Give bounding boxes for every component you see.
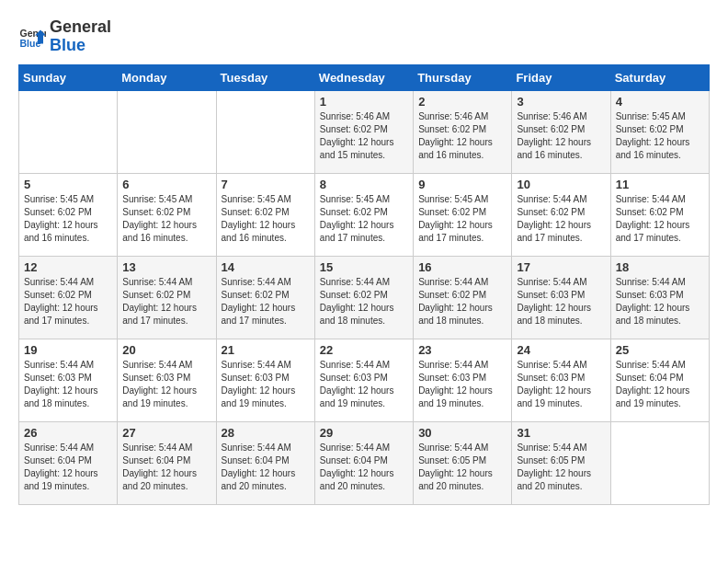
calendar-cell: 31Sunrise: 5:44 AMSunset: 6:05 PMDayligh… [512,421,610,504]
calendar-cell: 30Sunrise: 5:44 AMSunset: 6:05 PMDayligh… [414,421,512,504]
day-info: Sunrise: 5:45 AMSunset: 6:02 PMDaylight:… [24,193,112,245]
weekday-header-row: SundayMondayTuesdayWednesdayThursdayFrid… [19,64,710,90]
calendar-cell: 12Sunrise: 5:44 AMSunset: 6:02 PMDayligh… [19,256,118,339]
calendar-cell: 19Sunrise: 5:44 AMSunset: 6:03 PMDayligh… [19,339,118,421]
day-number: 7 [222,178,310,191]
day-info: Sunrise: 5:44 AMSunset: 6:05 PMDaylight:… [418,442,506,493]
calendar-week-row: 26Sunrise: 5:44 AMSunset: 6:04 PMDayligh… [19,421,710,504]
day-info: Sunrise: 5:44 AMSunset: 6:02 PMDaylight:… [222,276,310,327]
calendar-cell: 15Sunrise: 5:44 AMSunset: 6:02 PMDayligh… [314,256,413,339]
day-info: Sunrise: 5:44 AMSunset: 6:02 PMDaylight:… [320,276,408,327]
day-info: Sunrise: 5:44 AMSunset: 6:03 PMDaylight:… [222,359,310,410]
svg-text:Blue: Blue [20,37,41,48]
day-number: 20 [122,343,210,357]
calendar-cell: 23Sunrise: 5:44 AMSunset: 6:03 PMDayligh… [414,339,512,421]
calendar-week-row: 12Sunrise: 5:44 AMSunset: 6:02 PMDayligh… [19,256,710,339]
calendar-cell: 5Sunrise: 5:45 AMSunset: 6:02 PMDaylight… [19,173,118,256]
calendar-cell [610,421,709,504]
day-info: Sunrise: 5:44 AMSunset: 6:03 PMDaylight:… [418,359,506,410]
calendar-cell: 2Sunrise: 5:46 AMSunset: 6:02 PMDaylight… [414,90,512,173]
day-number: 4 [616,95,704,109]
day-info: Sunrise: 5:44 AMSunset: 6:02 PMDaylight:… [418,276,506,327]
calendar-cell: 17Sunrise: 5:44 AMSunset: 6:03 PMDayligh… [512,256,610,339]
calendar-cell: 28Sunrise: 5:44 AMSunset: 6:04 PMDayligh… [216,421,314,504]
calendar-cell [118,90,216,173]
calendar-cell: 20Sunrise: 5:44 AMSunset: 6:03 PMDayligh… [118,339,216,421]
day-number: 28 [222,426,310,440]
day-info: Sunrise: 5:46 AMSunset: 6:02 PMDaylight:… [320,110,408,162]
day-number: 6 [122,178,210,191]
day-info: Sunrise: 5:46 AMSunset: 6:02 PMDaylight:… [517,110,605,162]
weekday-header-thursday: Thursday [414,64,512,90]
day-number: 22 [320,343,408,357]
weekday-header-monday: Monday [118,64,216,90]
calendar-cell: 8Sunrise: 5:45 AMSunset: 6:02 PMDaylight… [314,173,413,256]
weekday-header-wednesday: Wednesday [314,64,413,90]
calendar-week-row: 1Sunrise: 5:46 AMSunset: 6:02 PMDaylight… [19,90,710,173]
calendar-cell: 22Sunrise: 5:44 AMSunset: 6:03 PMDayligh… [314,339,413,421]
logo: General Blue GeneralBlue [18,18,111,55]
calendar-cell: 7Sunrise: 5:45 AMSunset: 6:02 PMDaylight… [216,173,314,256]
calendar-cell: 14Sunrise: 5:44 AMSunset: 6:02 PMDayligh… [216,256,314,339]
day-info: Sunrise: 5:44 AMSunset: 6:03 PMDaylight:… [320,359,408,410]
calendar-cell: 21Sunrise: 5:44 AMSunset: 6:03 PMDayligh… [216,339,314,421]
calendar-cell: 29Sunrise: 5:44 AMSunset: 6:04 PMDayligh… [314,421,413,504]
day-info: Sunrise: 5:44 AMSunset: 6:02 PMDaylight:… [616,193,704,245]
day-number: 19 [24,343,112,357]
day-number: 5 [24,178,112,191]
weekday-header-tuesday: Tuesday [216,64,314,90]
day-info: Sunrise: 5:44 AMSunset: 6:04 PMDaylight:… [616,359,704,410]
day-info: Sunrise: 5:44 AMSunset: 6:05 PMDaylight:… [517,442,605,493]
calendar-cell: 9Sunrise: 5:45 AMSunset: 6:02 PMDaylight… [414,173,512,256]
day-number: 14 [222,260,310,274]
calendar-cell: 13Sunrise: 5:44 AMSunset: 6:02 PMDayligh… [118,256,216,339]
day-number: 15 [320,260,408,274]
logo-text: GeneralBlue [50,18,111,55]
calendar-cell: 24Sunrise: 5:44 AMSunset: 6:03 PMDayligh… [512,339,610,421]
day-number: 25 [616,343,704,357]
day-info: Sunrise: 5:45 AMSunset: 6:02 PMDaylight:… [418,193,506,245]
calendar-cell [19,90,118,173]
calendar-cell: 11Sunrise: 5:44 AMSunset: 6:02 PMDayligh… [610,173,709,256]
calendar-cell: 4Sunrise: 5:45 AMSunset: 6:02 PMDaylight… [610,90,709,173]
day-info: Sunrise: 5:45 AMSunset: 6:02 PMDaylight:… [320,193,408,245]
weekday-header-sunday: Sunday [19,64,118,90]
day-number: 9 [418,178,506,191]
calendar-cell: 26Sunrise: 5:44 AMSunset: 6:04 PMDayligh… [19,421,118,504]
calendar-week-row: 19Sunrise: 5:44 AMSunset: 6:03 PMDayligh… [19,339,710,421]
calendar-cell: 6Sunrise: 5:45 AMSunset: 6:02 PMDaylight… [118,173,216,256]
day-number: 29 [320,426,408,440]
day-number: 2 [418,95,506,109]
day-number: 31 [517,426,605,440]
day-info: Sunrise: 5:44 AMSunset: 6:04 PMDaylight:… [222,442,310,493]
calendar-cell: 10Sunrise: 5:44 AMSunset: 6:02 PMDayligh… [512,173,610,256]
calendar-cell: 18Sunrise: 5:44 AMSunset: 6:03 PMDayligh… [610,256,709,339]
calendar-cell: 27Sunrise: 5:44 AMSunset: 6:04 PMDayligh… [118,421,216,504]
day-info: Sunrise: 5:44 AMSunset: 6:04 PMDaylight:… [122,442,210,493]
day-info: Sunrise: 5:44 AMSunset: 6:02 PMDaylight:… [24,276,112,327]
day-info: Sunrise: 5:44 AMSunset: 6:03 PMDaylight:… [517,276,605,327]
weekday-header-friday: Friday [512,64,610,90]
day-number: 11 [616,178,704,191]
day-info: Sunrise: 5:44 AMSunset: 6:03 PMDaylight:… [24,359,112,410]
day-number: 1 [320,95,408,109]
day-info: Sunrise: 5:45 AMSunset: 6:02 PMDaylight:… [616,110,704,162]
day-info: Sunrise: 5:44 AMSunset: 6:02 PMDaylight:… [122,276,210,327]
day-info: Sunrise: 5:44 AMSunset: 6:02 PMDaylight:… [517,193,605,245]
calendar-cell: 3Sunrise: 5:46 AMSunset: 6:02 PMDaylight… [512,90,610,173]
day-info: Sunrise: 5:45 AMSunset: 6:02 PMDaylight:… [222,193,310,245]
calendar-cell: 16Sunrise: 5:44 AMSunset: 6:02 PMDayligh… [414,256,512,339]
calendar-cell: 25Sunrise: 5:44 AMSunset: 6:04 PMDayligh… [610,339,709,421]
day-number: 13 [122,260,210,274]
day-number: 30 [418,426,506,440]
day-info: Sunrise: 5:45 AMSunset: 6:02 PMDaylight:… [122,193,210,245]
day-info: Sunrise: 5:46 AMSunset: 6:02 PMDaylight:… [418,110,506,162]
day-number: 8 [320,178,408,191]
day-info: Sunrise: 5:44 AMSunset: 6:03 PMDaylight:… [616,276,704,327]
calendar-cell: 1Sunrise: 5:46 AMSunset: 6:02 PMDaylight… [314,90,413,173]
day-info: Sunrise: 5:44 AMSunset: 6:03 PMDaylight:… [122,359,210,410]
day-info: Sunrise: 5:44 AMSunset: 6:03 PMDaylight:… [517,359,605,410]
page-header: General Blue GeneralBlue [18,18,710,55]
day-number: 3 [517,95,605,109]
day-info: Sunrise: 5:44 AMSunset: 6:04 PMDaylight:… [320,442,408,493]
